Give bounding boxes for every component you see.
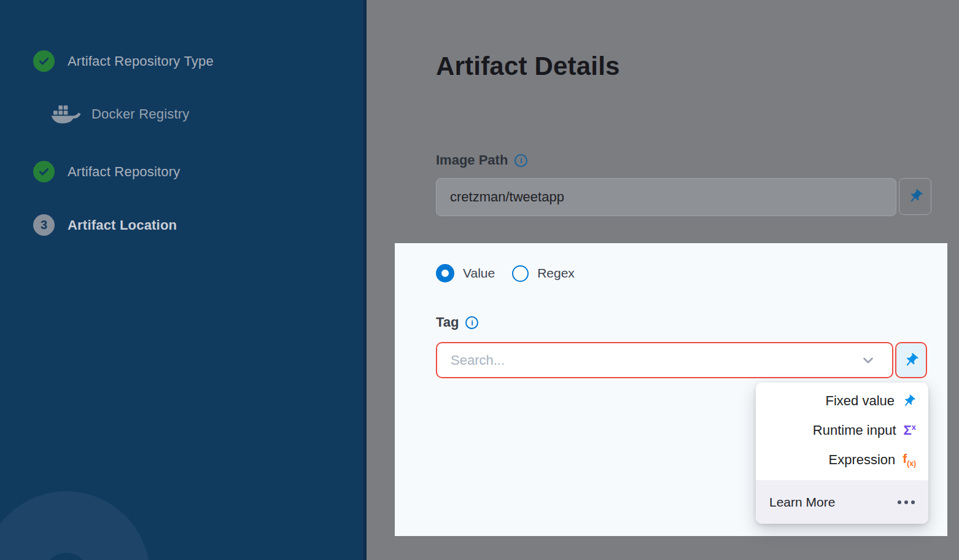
menu-item-runtime-input[interactable]: Runtime input Σx <box>756 416 928 445</box>
radio-regex[interactable] <box>512 265 529 282</box>
sidebar-item-artifact-repository-type[interactable]: Artifact Repository Type <box>33 50 214 72</box>
sidebar-item-docker-registry[interactable]: Docker Registry <box>50 102 189 126</box>
main-content: Artifact Details Image Path i Value Rege… <box>370 0 959 560</box>
check-icon <box>33 161 55 182</box>
step-number-badge: 3 <box>33 214 55 236</box>
fx-icon: f(x) <box>903 452 916 467</box>
image-path-label-row: Image Path i <box>436 152 527 168</box>
value-type-options: Fixed value Runtime input Σx Expression … <box>756 386 928 475</box>
pin-icon <box>902 394 916 408</box>
tag-pin-button[interactable] <box>895 342 927 378</box>
step-label: Docker Registry <box>91 106 189 122</box>
tag-settings-panel: Value Regex Tag i <box>395 243 947 536</box>
tag-search-input[interactable] <box>436 342 893 378</box>
tag-label-row: Tag i <box>436 314 478 330</box>
value-type-dropdown: Fixed value Runtime input Σx Expression … <box>756 383 928 524</box>
artifact-wizard-screen: Artifact Repository Type Docker Registry <box>0 0 959 560</box>
dropdown-footer: Learn More <box>756 480 928 524</box>
sidebar-item-artifact-repository[interactable]: Artifact Repository <box>33 161 181 182</box>
image-path-label: Image Path <box>436 152 508 168</box>
sigma-icon: Σx <box>904 423 916 437</box>
decorative-wave <box>0 491 150 560</box>
tag-label: Tag <box>436 314 459 330</box>
check-icon <box>33 50 55 72</box>
radio-value-label: Value <box>463 266 495 281</box>
step-label: Artifact Repository <box>68 164 181 180</box>
page-title: Artifact Details <box>436 52 620 81</box>
pin-icon <box>903 352 919 368</box>
info-icon[interactable]: i <box>514 154 527 167</box>
more-options-icon[interactable] <box>898 500 915 504</box>
step-label: Artifact Repository Type <box>68 53 214 69</box>
radio-regex-label: Regex <box>537 266 575 281</box>
docker-whale-icon <box>50 102 81 126</box>
wizard-sidebar: Artifact Repository Type Docker Registry <box>0 0 367 560</box>
image-path-pin-button[interactable] <box>899 178 931 215</box>
pin-icon <box>907 189 923 204</box>
sidebar-item-artifact-location[interactable]: 3 Artifact Location <box>33 214 177 236</box>
step-label: Artifact Location <box>68 217 177 233</box>
learn-more-link[interactable]: Learn More <box>769 495 835 510</box>
info-icon[interactable]: i <box>465 316 478 329</box>
menu-item-fixed-value[interactable]: Fixed value <box>756 386 928 416</box>
menu-item-expression[interactable]: Expression f(x) <box>756 445 928 475</box>
image-path-input[interactable] <box>436 178 896 216</box>
radio-value[interactable] <box>436 264 454 282</box>
tag-type-radio-group: Value Regex <box>436 264 575 282</box>
